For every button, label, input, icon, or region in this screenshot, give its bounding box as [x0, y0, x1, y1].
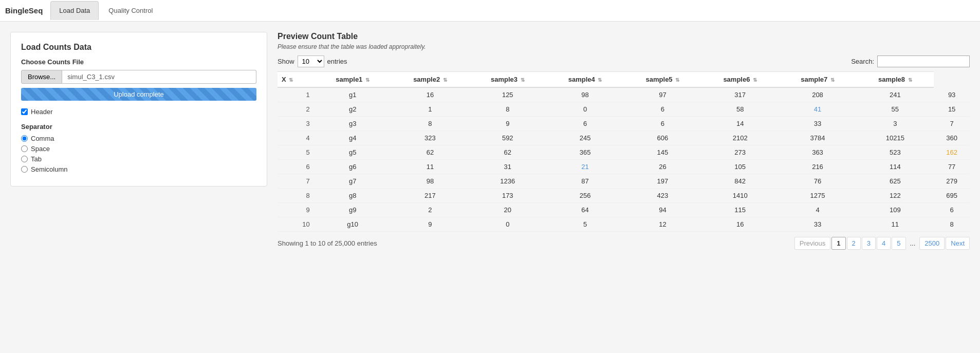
table-cell-s6: 363 [779, 145, 857, 160]
upload-bar: Upload complete [21, 88, 256, 101]
table-cell-s2: 62 [469, 145, 546, 160]
table-cell-s6: 3784 [779, 131, 857, 145]
radio-tab-input[interactable] [21, 156, 28, 162]
col-header-sample1[interactable]: sample1 ⇅ [314, 72, 392, 88]
sort-icon-sample1: ⇅ [365, 77, 369, 83]
col-header-sample7[interactable]: sample7 ⇅ [779, 72, 857, 88]
show-label: Show [278, 58, 294, 65]
pagination-row: Showing 1 to 10 of 25,000 entries Previo… [278, 237, 970, 250]
radio-semicolumn: Semicolumn [21, 165, 256, 173]
table-cell-s4: 423 [624, 189, 701, 203]
table-cell-s7: 523 [856, 145, 934, 160]
col-header-x[interactable]: X ⇅ [278, 72, 314, 88]
sort-icon-sample8: ⇅ [908, 77, 912, 83]
prev-button[interactable]: Previous [794, 237, 831, 250]
pagination-info: Showing 1 to 10 of 25,000 entries [278, 239, 377, 247]
table-cell-s5: 58 [701, 102, 779, 117]
table-cell-s6: 1275 [779, 189, 857, 203]
table-cell-s7: 122 [856, 189, 934, 203]
table-cell-s6: 4 [779, 203, 857, 217]
radio-semicolumn-label: Semicolumn [31, 165, 68, 173]
table-cell-s4: 97 [624, 87, 701, 102]
show-entries: Show 10 25 50 100 entries [278, 55, 347, 67]
table-cell-s4: 94 [624, 203, 701, 217]
radio-semicolumn-input[interactable] [21, 166, 28, 173]
radio-comma: Comma [21, 135, 256, 142]
table-cell-num: 5 [278, 145, 314, 160]
table-cell-x: g7 [314, 174, 392, 189]
table-cell-x: g4 [314, 131, 392, 145]
table-row: 4g43235922456062102378410215360 [278, 131, 970, 145]
page-btn-1[interactable]: 1 [831, 237, 845, 250]
table-cell-s1: 16 [392, 87, 469, 102]
next-button[interactable]: Next [946, 237, 970, 250]
table-cell-s8: 695 [934, 189, 970, 203]
table-cell-s4: 197 [624, 174, 701, 189]
table-cell-num: 10 [278, 217, 314, 232]
page-btn-2[interactable]: 2 [847, 237, 861, 250]
table-cell-s6: 41 [779, 102, 857, 117]
search-input[interactable] [877, 55, 970, 67]
table-row: 5g56262365145273363523162 [278, 145, 970, 160]
col-header-sample6[interactable]: sample6 ⇅ [701, 72, 779, 88]
table-controls: Show 10 25 50 100 entries Search: [278, 55, 970, 67]
table-cell-s3: 256 [546, 189, 624, 203]
table-row: 1g116125989731720824193 [278, 87, 970, 102]
table-cell-x: g5 [314, 145, 392, 160]
table-cell-s4: 26 [624, 160, 701, 174]
table-cell-s3: 64 [546, 203, 624, 217]
entries-select[interactable]: 10 25 50 100 [298, 55, 324, 67]
table-cell-s3: 21 [546, 160, 624, 174]
header-label: Header [31, 108, 53, 116]
table-cell-s5: 273 [701, 145, 779, 160]
col-header-sample8[interactable]: sample8 ⇅ [856, 72, 934, 88]
table-row: 9g9220649411541096 [278, 203, 970, 217]
table-row: 6g61131212610521611477 [278, 160, 970, 174]
table-cell-x: g10 [314, 217, 392, 232]
page-btn-5[interactable]: 5 [892, 237, 905, 250]
radio-tab-label: Tab [31, 155, 42, 163]
table-cell-s6: 33 [779, 217, 857, 232]
table-cell-s7: 55 [856, 102, 934, 117]
table-cell-s3: 365 [546, 145, 624, 160]
table-cell-s7: 114 [856, 160, 934, 174]
table-cell-x: g1 [314, 87, 392, 102]
table-cell-s4: 6 [624, 117, 701, 131]
data-table: X ⇅ sample1 ⇅ sample2 ⇅ sample3 ⇅ sample… [278, 71, 970, 232]
header-checkbox[interactable] [21, 108, 28, 115]
table-cell-s4: 12 [624, 217, 701, 232]
tab-load-data[interactable]: Load Data [50, 1, 99, 20]
page-btn-2500[interactable]: 2500 [919, 237, 945, 250]
col-header-sample3[interactable]: sample3 ⇅ [469, 72, 546, 88]
table-cell-s2: 20 [469, 203, 546, 217]
brand: BingleSeq [5, 6, 43, 15]
radio-space-input[interactable] [21, 145, 28, 152]
file-section-label: Choose Counts File [21, 58, 256, 66]
table-cell-s5: 16 [701, 217, 779, 232]
page-btn-4[interactable]: 4 [877, 237, 891, 250]
table-row: 3g38966143337 [278, 117, 970, 131]
radio-space: Space [21, 145, 256, 153]
page-btn-3[interactable]: 3 [862, 237, 876, 250]
panel-title: Load Counts Data [21, 43, 256, 52]
table-note: Please ensure that the table was loaded … [278, 43, 970, 50]
table-cell-s2: 0 [469, 217, 546, 232]
radio-comma-input[interactable] [21, 135, 28, 142]
left-panel: Load Counts Data Choose Counts File Brow… [10, 32, 267, 187]
table-cell-s7: 10215 [856, 131, 934, 145]
col-header-sample4[interactable]: sample4 ⇅ [546, 72, 624, 88]
sort-icon-sample2: ⇅ [443, 77, 447, 83]
sort-icon-sample7: ⇅ [830, 77, 835, 83]
tab-quality-control[interactable]: Quality Control [100, 1, 161, 20]
browse-button[interactable]: Browse... [21, 70, 62, 84]
table-cell-s3: 0 [546, 102, 624, 117]
col-header-sample2[interactable]: sample2 ⇅ [392, 72, 469, 88]
table-cell-num: 4 [278, 131, 314, 145]
table-cell-s3: 87 [546, 174, 624, 189]
col-header-sample5[interactable]: sample5 ⇅ [624, 72, 701, 88]
table-cell-s5: 842 [701, 174, 779, 189]
radio-space-label: Space [31, 145, 50, 153]
table-cell-x: g8 [314, 189, 392, 203]
main-content: Load Counts Data Choose Counts File Brow… [0, 22, 980, 260]
table-cell-s7: 109 [856, 203, 934, 217]
